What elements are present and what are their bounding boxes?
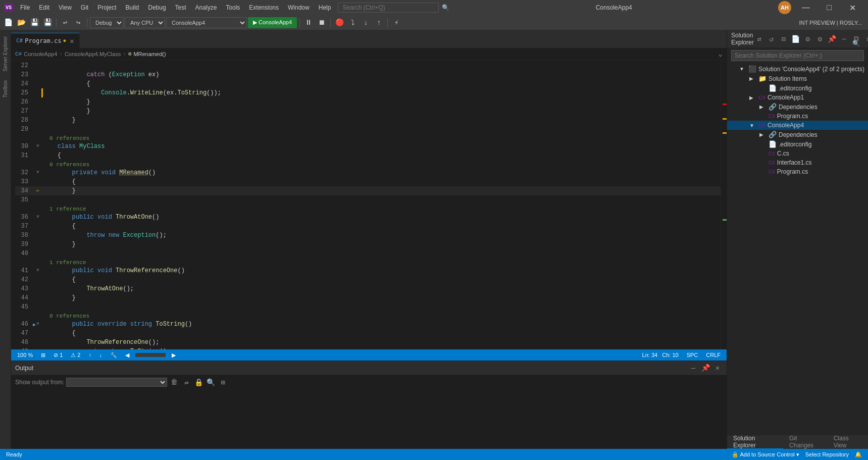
program-cs-tab[interactable]: C# Program.cs ● ✕ [11,33,80,48]
menu-project[interactable]: Project [93,3,120,12]
se-pin-btn[interactable]: 📌 [827,33,838,44]
output-close-btn[interactable]: ✕ [712,363,723,373]
tree-ca4-ccs[interactable]: C# C.cs [727,149,868,158]
tree-solution-items[interactable]: ▶ 📁 Solution Items [727,74,868,83]
tab-class-view[interactable]: Class View [828,435,868,449]
project-dropdown[interactable]: ConsoleApp4 [166,17,247,28]
menu-git[interactable]: Git [77,3,92,12]
close-button[interactable]: ✕ [841,0,864,15]
tree-ca4-editorconfig[interactable]: 📄 .editorconfig [727,139,868,149]
scroll-left[interactable]: ◀ [123,352,131,359]
menu-extensions[interactable]: Extensions [245,3,283,12]
user-avatar[interactable]: AH [778,1,791,14]
code-line-48: 48 ThrowReferenceOne(); [15,338,721,347]
se-show-files-btn[interactable]: 📄 [790,33,801,44]
tab-solution-explorer[interactable]: Solution Explorer [727,435,783,449]
output-find-btn[interactable]: 🔍 [206,377,216,387]
server-explorer-tab[interactable]: Server Explorer [2,32,9,75]
breadcrumb-method[interactable]: MRenamed() [133,51,166,57]
tab-git-changes[interactable]: Git Changes [783,435,828,449]
undo-btn[interactable]: ↩ [59,17,71,29]
pause-btn[interactable]: ⏸ [302,17,315,29]
se-collapse-btn[interactable]: ⊟ [778,33,789,44]
step-out-btn[interactable]: ↑ [373,17,385,29]
exception-settings-btn[interactable]: ⚡ [390,17,402,29]
tree-ca4-interface1[interactable]: C# Interface1.cs [727,158,868,167]
toolbox-tab[interactable]: Toolbox [2,76,9,101]
se-search-input[interactable] [731,50,864,61]
scroll-right[interactable]: ▶ [170,352,178,359]
tree-ca1-program[interactable]: C# Program.cs [727,112,868,121]
scrollbar-horizontal[interactable] [135,353,166,357]
se-refresh-btn[interactable]: ↺ [766,33,777,44]
run-button[interactable]: ▶ ConsoleApp4 [248,17,297,28]
error-count[interactable]: ⊘ 1 [52,352,65,359]
menu-help[interactable]: Help [315,3,335,12]
stop-btn[interactable]: ⏹ [316,17,328,29]
breakpoints-btn[interactable]: 🔴 [333,17,345,29]
breadcrumb-project[interactable]: ConsoleApp4 [24,51,57,57]
save-all-btn[interactable]: 💾 [41,17,54,29]
expand-icon[interactable]: ⊞ [39,352,47,359]
output-minimize-btn[interactable]: — [688,363,698,373]
tree-ca1-deps[interactable]: ▶ 🔗 Dependencies [727,102,868,112]
code-line-37: 37 { [15,222,721,231]
debug-mode-dropdown[interactable]: Debug [90,17,124,28]
notification-bell[interactable]: 🔔 [853,451,864,458]
se-settings-btn[interactable]: ⚙ [814,33,826,44]
tree-consoleapp1[interactable]: ▶ C# ConsoleApp1 [727,93,868,102]
menu-view[interactable]: View [55,3,76,12]
toolbar-sep-2 [87,18,87,27]
tree-ca4-program[interactable]: C# Program.cs [727,167,868,176]
tree-editorconfig-1[interactable]: 📄 .editorconfig [727,83,868,93]
line-ending-label[interactable]: CRLF [704,352,723,358]
warning-number: 2 [77,352,80,358]
code-action-btn[interactable]: 🔧 [108,352,119,359]
warning-count[interactable]: ⚠ 2 [69,352,82,359]
nav-next[interactable]: ↓ [97,352,105,358]
menu-debug[interactable]: Debug [144,3,170,12]
menu-tools[interactable]: Tools [222,3,244,12]
platform-dropdown[interactable]: Any CPU [125,17,165,28]
nav-prev[interactable]: ↑ [86,352,93,358]
menu-file[interactable]: File [16,3,34,12]
output-clear-btn[interactable]: 🗑 [169,377,179,387]
tree-ca4-deps[interactable]: ▶ 🔗 Dependencies [727,130,868,139]
menu-analyze[interactable]: Analyze [191,3,221,12]
encoding-label[interactable]: SPC [685,352,700,358]
save-btn[interactable]: 💾 [28,17,40,29]
menu-build[interactable]: Build [122,3,143,12]
open-btn[interactable]: 📂 [15,17,27,29]
menu-edit[interactable]: Edit [35,3,54,12]
step-over-btn[interactable]: ⤵ [346,17,359,29]
new-file-btn[interactable]: 📄 [2,17,14,29]
tree-solution-root[interactable]: ▼ ⬛ Solution 'ConsoleApp4' (2 of 2 proje… [727,64,868,74]
maximize-button[interactable]: □ [818,0,841,15]
toolbar-sep-3 [299,18,300,27]
tree-consoleapp4[interactable]: ▼ C# ConsoleApp4 [727,121,868,130]
se-close-btn[interactable]: ✕ [863,33,868,44]
global-search-input[interactable] [338,3,439,13]
menu-window[interactable]: Window [284,3,314,12]
output-word-wrap-btn[interactable]: ⇌ [181,377,191,387]
zoom-level[interactable]: 100 % [15,352,35,358]
add-to-source-btn[interactable]: 🔒 Add to Source Control ▾ [730,451,801,458]
output-pin-btn[interactable]: 📌 [700,363,710,373]
breadcrumb-class[interactable]: ConsoleApp4.MyClass [65,51,121,57]
se-filter-btn[interactable]: ⚙ [802,33,813,44]
collapse-editor-btn[interactable]: ⌄ [719,49,723,58]
select-repository-btn[interactable]: Select Repository [803,451,851,457]
redo-btn[interactable]: ↪ [72,17,84,29]
output-settings-btn[interactable]: ⊞ [218,377,228,387]
code-editor[interactable]: 22 23 catch (Exception ex) 24 [11,60,727,349]
cursor-position[interactable]: Ln: 34 Ch: 10 [640,352,681,358]
se-minimize-btn[interactable]: — [839,33,850,44]
minimize-button[interactable]: — [794,0,818,15]
output-lock-btn[interactable]: 🔒 [193,377,203,387]
tab-close-btn[interactable]: ✕ [70,37,74,45]
step-into-btn[interactable]: ↓ [360,17,372,29]
se-sync-btn[interactable]: ⇄ [754,33,765,44]
menu-test[interactable]: Test [171,3,190,12]
output-source-dropdown[interactable] [66,378,167,387]
se-search-icon: 🔍 [852,40,860,47]
